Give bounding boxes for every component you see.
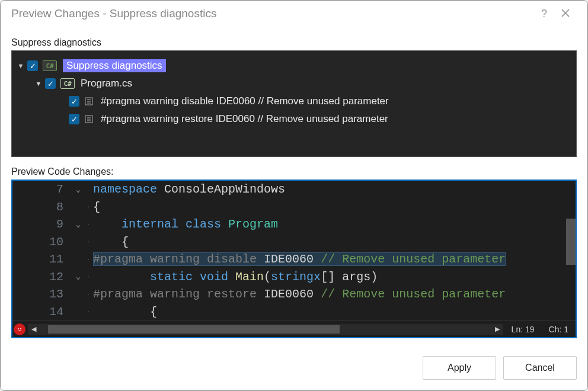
close-icon[interactable] bbox=[554, 4, 577, 24]
code-status-bar: ◀ ▶ Ln: 19 Ch: 1 bbox=[12, 321, 576, 337]
preview-changes-dialog: Preview Changes - Suppress diagnostics ?… bbox=[0, 0, 588, 391]
line-number: 13 bbox=[12, 287, 72, 301]
csharp-icon: C# bbox=[43, 60, 57, 71]
line-number: 12 bbox=[12, 270, 72, 284]
code-preview[interactable]: 7 ⌄ namespace ConsoleAppWindows 8 { 9 ⌄ … bbox=[11, 180, 577, 338]
error-icon[interactable] bbox=[14, 323, 25, 335]
line-number: 8 bbox=[12, 200, 72, 214]
apply-button[interactable]: Apply bbox=[423, 356, 496, 380]
horizontal-scrollbar-thumb[interactable] bbox=[48, 325, 340, 334]
checkbox-change-2[interactable]: ✓ bbox=[69, 114, 79, 124]
scroll-right-icon[interactable]: ▶ bbox=[491, 325, 503, 333]
code-line: 14 { bbox=[12, 303, 576, 321]
pragma-icon bbox=[84, 96, 96, 107]
chevron-down-icon[interactable]: ⌄ bbox=[72, 220, 85, 229]
tree-root-row[interactable]: ▼ ✓ C# Suppress diagnostics bbox=[17, 57, 571, 75]
changes-tree[interactable]: ▼ ✓ C# Suppress diagnostics ▼ ✓ C# Progr… bbox=[11, 50, 577, 157]
tree-change-row[interactable]: ✓ #pragma warning disable IDE0060 // Rem… bbox=[17, 92, 571, 110]
chevron-down-icon[interactable]: ⌄ bbox=[72, 272, 85, 281]
svg-point-2 bbox=[17, 326, 23, 332]
dialog-buttons: Apply Cancel bbox=[1, 347, 587, 390]
chevron-down-icon[interactable]: ⌄ bbox=[72, 185, 85, 194]
tree-change-row[interactable]: ✓ #pragma warning restore IDE0060 // Rem… bbox=[17, 110, 571, 128]
tree-file-row[interactable]: ▼ ✓ C# Program.cs bbox=[17, 75, 571, 92]
line-number: 7 bbox=[12, 182, 72, 196]
checkbox-root[interactable]: ✓ bbox=[27, 60, 38, 71]
line-number: 10 bbox=[12, 235, 72, 249]
code-line: 13 #pragma warning restore IDE0060 // Re… bbox=[12, 286, 576, 303]
line-number: 9 bbox=[12, 217, 72, 231]
svg-point-3 bbox=[18, 328, 19, 329]
code-line: 9 ⌄ internal class Program bbox=[12, 216, 576, 233]
checkbox-change-1[interactable]: ✓ bbox=[69, 96, 79, 107]
scroll-left-icon[interactable]: ◀ bbox=[28, 325, 40, 333]
tree-file-label: Program.cs bbox=[81, 78, 132, 89]
dialog-title: Preview Changes - Suppress diagnostics bbox=[11, 7, 534, 20]
status-column-number: Ch: 1 bbox=[542, 325, 576, 334]
code-line: 10 { bbox=[12, 233, 576, 251]
tree-change-label: #pragma warning disable IDE0060 // Remov… bbox=[101, 95, 389, 107]
code-line-highlighted: 11 #pragma warning disable IDE0060 // Re… bbox=[12, 251, 576, 268]
tree-root-label: Suppress diagnostics bbox=[63, 59, 166, 72]
vertical-scrollbar-thumb[interactable] bbox=[566, 219, 576, 265]
preview-section-label: Preview Code Changes: bbox=[11, 166, 577, 177]
svg-point-4 bbox=[20, 328, 21, 329]
checkbox-file[interactable]: ✓ bbox=[45, 78, 56, 89]
help-icon[interactable]: ? bbox=[534, 4, 554, 24]
code-line: 7 ⌄ namespace ConsoleAppWindows bbox=[12, 181, 576, 198]
tree-change-label: #pragma warning restore IDE0060 // Remov… bbox=[101, 113, 388, 125]
code-line: 12 ⌄ static void Main(stringx[] args) bbox=[12, 268, 576, 286]
status-line-number: Ln: 19 bbox=[504, 325, 542, 334]
line-number: 11 bbox=[12, 252, 72, 266]
chevron-down-icon[interactable]: ▼ bbox=[17, 62, 25, 70]
pragma-icon bbox=[84, 114, 96, 124]
code-line: 8 { bbox=[12, 198, 576, 216]
cancel-button[interactable]: Cancel bbox=[503, 356, 577, 380]
csharp-file-icon: C# bbox=[60, 78, 75, 89]
horizontal-scrollbar[interactable]: ◀ ▶ bbox=[28, 324, 503, 335]
chevron-down-icon[interactable]: ▼ bbox=[34, 79, 43, 88]
tree-section-label: Suppress diagnostics bbox=[11, 37, 577, 48]
line-number: 14 bbox=[12, 305, 72, 319]
titlebar: Preview Changes - Suppress diagnostics ? bbox=[1, 1, 587, 27]
